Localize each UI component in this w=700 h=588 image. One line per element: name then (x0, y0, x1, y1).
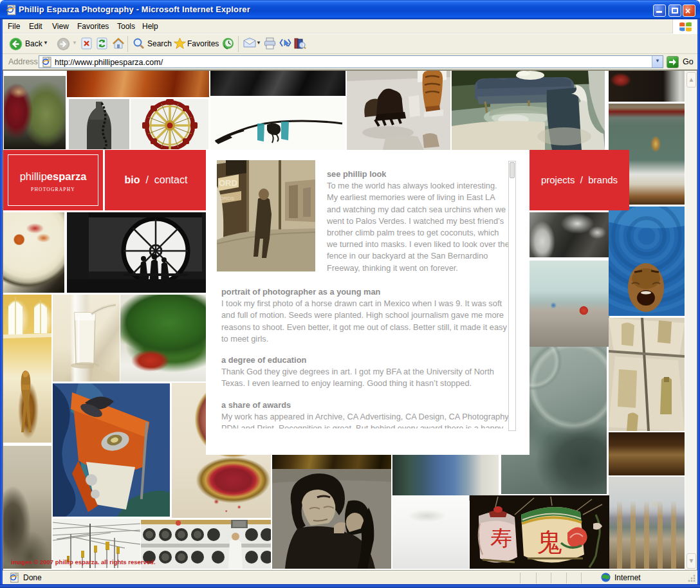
svg-text:ORDS: ORDS (219, 196, 234, 201)
svg-text:鬼: 鬼 (537, 528, 562, 556)
svg-text:ORD: ORD (219, 178, 237, 188)
svg-text:寿: 寿 (490, 526, 512, 550)
